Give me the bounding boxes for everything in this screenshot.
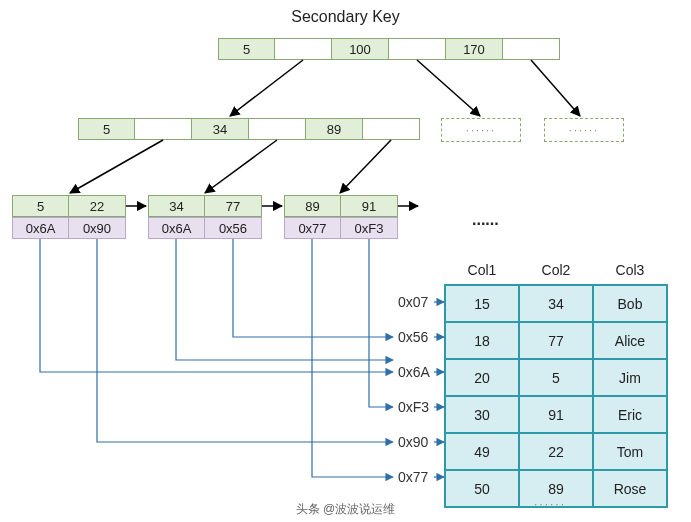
row-addr-1: 0x56: [398, 329, 428, 345]
row-addr-0: 0x07: [398, 294, 428, 310]
leaf1-key-1: 77: [205, 195, 262, 217]
root-key-0: 5: [218, 38, 275, 60]
diagram-title: Secondary Key: [0, 8, 691, 26]
leaf0-key-0: 5: [12, 195, 69, 217]
leaf2-ptr-1: 0xF3: [341, 217, 398, 239]
leaf0-ptr-1: 0x90: [69, 217, 126, 239]
leaf2-key-1: 91: [341, 195, 398, 217]
internal-gap-0: [135, 118, 192, 140]
root-child-placeholder-1: ······: [544, 118, 624, 142]
row-addr-5: 0x77: [398, 469, 428, 485]
table-row: 3091Eric: [445, 396, 667, 433]
row-addr-4: 0x90: [398, 434, 428, 450]
leaf2-ptr-0: 0x77: [284, 217, 341, 239]
root-gap-1: [389, 38, 446, 60]
leaf0-ptr-0: 0x6A: [12, 217, 69, 239]
row-addr-2: 0x6A: [398, 364, 430, 380]
table-header-col3: Col3: [593, 256, 667, 285]
row-addr-3: 0xF3: [398, 399, 429, 415]
table-row: 4922Tom: [445, 433, 667, 470]
table-header-col2: Col2: [519, 256, 593, 285]
internal-key-0: 5: [78, 118, 135, 140]
leaf-ellipsis: ······: [472, 215, 499, 233]
leaf-block-0: 5 22 0x6A 0x90: [12, 195, 126, 239]
internal-gap-1: [249, 118, 306, 140]
internal-key-1: 34: [192, 118, 249, 140]
table-row: 1877Alice: [445, 322, 667, 359]
internal-key-2: 89: [306, 118, 363, 140]
leaf-block-1: 34 77 0x6A 0x56: [148, 195, 262, 239]
root-key-1: 100: [332, 38, 389, 60]
leaf1-ptr-0: 0x6A: [148, 217, 205, 239]
leaf-block-2: 89 91 0x77 0xF3: [284, 195, 398, 239]
root-gap-2: [503, 38, 560, 60]
root-gap-0: [275, 38, 332, 60]
leaf0-key-1: 22: [69, 195, 126, 217]
root-key-2: 170: [446, 38, 503, 60]
btree-root-node: 5 100 170: [218, 38, 560, 60]
btree-internal-node: 5 34 89: [78, 118, 420, 140]
leaf1-ptr-1: 0x56: [205, 217, 262, 239]
watermark: 头条 @波波说运维: [0, 501, 691, 518]
leaf2-key-0: 89: [284, 195, 341, 217]
root-child-placeholder-0: ······: [441, 118, 521, 142]
table-row: 1534Bob: [445, 285, 667, 322]
table-row: 205Jim: [445, 359, 667, 396]
data-table: Col1 Col2 Col3 1534Bob 1877Alice 205Jim …: [444, 256, 668, 508]
leaf1-key-0: 34: [148, 195, 205, 217]
table-header-col1: Col1: [445, 256, 519, 285]
internal-gap-2: [363, 118, 420, 140]
